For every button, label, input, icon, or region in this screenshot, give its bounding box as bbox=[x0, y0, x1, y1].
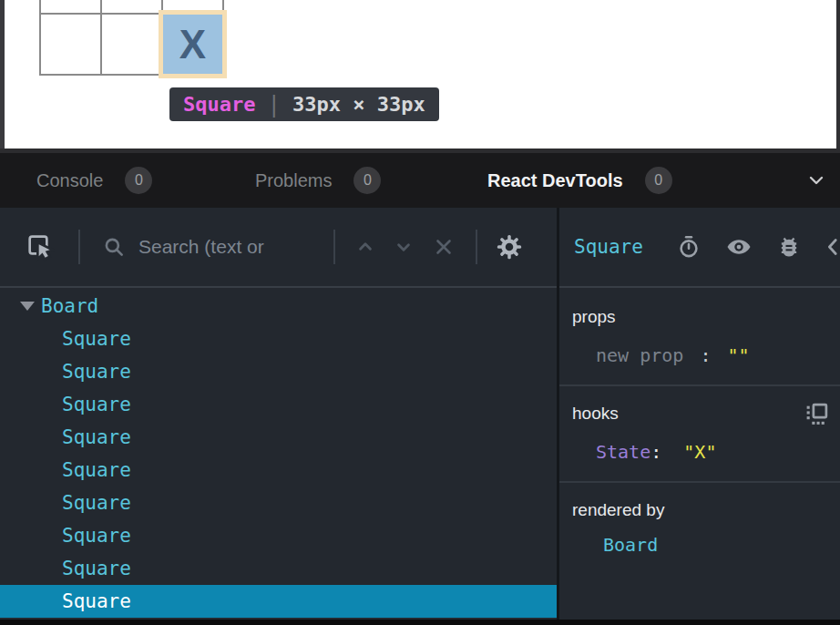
new-prop-input[interactable]: new prop bbox=[596, 344, 683, 366]
tab-console-label: Console bbox=[36, 170, 103, 191]
rendered-by-board-link[interactable]: Board bbox=[603, 534, 658, 556]
tab-problems-label: Problems bbox=[255, 170, 332, 191]
view-source-code-icon[interactable] bbox=[825, 233, 840, 261]
tab-console-badge: 0 bbox=[125, 167, 152, 194]
selected-component-name: Square bbox=[574, 236, 643, 258]
tree-item-square[interactable]: Square bbox=[0, 454, 557, 487]
tree-item-label: Square bbox=[62, 426, 131, 448]
search-icon bbox=[102, 235, 126, 259]
tree-item-square[interactable]: Square bbox=[0, 585, 557, 618]
toolbar-tree-side: Search (text or bbox=[0, 208, 557, 286]
tictactoe-board: X bbox=[39, 0, 224, 76]
tooltip-component-name: Square bbox=[183, 93, 255, 116]
search-prev-icon[interactable] bbox=[353, 235, 377, 259]
search-next-icon[interactable] bbox=[392, 235, 415, 259]
tree-item-square[interactable]: Square bbox=[0, 421, 557, 454]
tree-item-square[interactable]: Square bbox=[0, 323, 557, 355]
hook-state-value[interactable]: "X" bbox=[683, 441, 716, 463]
tooltip-dimensions: 33px × 33px bbox=[292, 93, 425, 116]
search-input[interactable]: Search (text or bbox=[138, 236, 326, 258]
tree-item-label: Square bbox=[62, 492, 131, 514]
tree-item-square[interactable]: Square bbox=[0, 519, 557, 552]
chevron-down-icon[interactable] bbox=[805, 153, 827, 208]
log-to-console-bug-icon[interactable] bbox=[776, 234, 802, 260]
tree-item-square[interactable]: Square bbox=[0, 487, 557, 519]
board-square[interactable] bbox=[41, 15, 100, 74]
parse-hook-names-icon[interactable] bbox=[804, 402, 829, 426]
tree-item-label: Board bbox=[41, 295, 98, 317]
board-square[interactable] bbox=[102, 0, 161, 13]
rendered-by-title: rendered by bbox=[572, 500, 664, 520]
inspector-panel: props new prop : "" hooks bbox=[559, 290, 840, 620]
devtools-window: X Square | 33px × 33px Console 0 Problem… bbox=[0, 0, 840, 625]
board-square[interactable] bbox=[163, 0, 222, 13]
tab-react-devtools[interactable]: React DevTools 0 bbox=[487, 153, 672, 208]
new-prop-separator: : bbox=[700, 344, 711, 366]
drawer-tab-bar: Console 0 Problems 0 React DevTools 0 bbox=[0, 149, 840, 208]
search-clear-icon[interactable] bbox=[432, 235, 456, 259]
panel-divider[interactable] bbox=[557, 208, 559, 620]
toolbar-divider bbox=[78, 230, 80, 264]
tree-item-label: Square bbox=[62, 525, 131, 547]
board-square[interactable] bbox=[41, 0, 100, 13]
window-left-edge bbox=[0, 0, 5, 149]
tree-item-label: Square bbox=[62, 361, 131, 383]
tree-item-board[interactable]: Board bbox=[0, 290, 557, 323]
component-tree: Board Square Square Square Square Square… bbox=[0, 290, 557, 620]
react-devtools-toolbar: Search (text or bbox=[0, 208, 840, 288]
window-bottom-edge bbox=[0, 620, 840, 625]
suspend-stopwatch-icon[interactable] bbox=[676, 234, 702, 260]
tree-item-label: Square bbox=[62, 558, 131, 579]
tree-item-label: Square bbox=[62, 328, 131, 350]
inspect-dom-eye-icon[interactable] bbox=[725, 233, 753, 261]
inspected-page: X Square | 33px × 33px bbox=[0, 0, 840, 149]
window-right-edge bbox=[836, 0, 840, 149]
props-title: props bbox=[572, 307, 616, 327]
tab-problems[interactable]: Problems 0 bbox=[255, 153, 381, 208]
inspect-element-icon[interactable] bbox=[26, 232, 55, 261]
toolbar-divider bbox=[476, 230, 477, 264]
new-prop-value-input[interactable]: "" bbox=[727, 344, 749, 366]
tree-item-label: Square bbox=[62, 590, 131, 612]
hook-state-label: State bbox=[596, 441, 650, 463]
tree-item-label: Square bbox=[62, 459, 131, 481]
board-square[interactable] bbox=[102, 15, 161, 74]
board-square-highlighted[interactable]: X bbox=[163, 15, 222, 74]
toolbar-divider bbox=[333, 230, 335, 264]
settings-gear-icon[interactable] bbox=[496, 233, 523, 261]
tab-problems-badge: 0 bbox=[353, 167, 381, 194]
tree-item-square[interactable]: Square bbox=[0, 388, 557, 421]
tooltip-separator: | bbox=[267, 92, 280, 118]
tab-react-devtools-badge: 0 bbox=[645, 167, 672, 194]
hook-state-separator: : bbox=[650, 441, 661, 463]
tree-item-square[interactable]: Square bbox=[0, 355, 557, 388]
hooks-title: hooks bbox=[572, 404, 619, 424]
tree-item-label: Square bbox=[62, 394, 131, 415]
rendered-by-section: rendered by Board bbox=[559, 483, 840, 574]
tab-react-devtools-label: React DevTools bbox=[487, 170, 623, 191]
expander-triangle-icon[interactable] bbox=[20, 302, 35, 311]
element-inspect-tooltip: Square | 33px × 33px bbox=[169, 87, 439, 121]
tree-item-square[interactable]: Square bbox=[0, 552, 557, 585]
toolbar-inspector-side: Square bbox=[559, 208, 840, 286]
props-section: props new prop : "" bbox=[559, 290, 840, 386]
component-tree-children: Square Square Square Square Square Squar… bbox=[0, 323, 557, 618]
hooks-section: hooks Sta bbox=[559, 386, 840, 483]
tab-console[interactable]: Console 0 bbox=[36, 153, 152, 208]
